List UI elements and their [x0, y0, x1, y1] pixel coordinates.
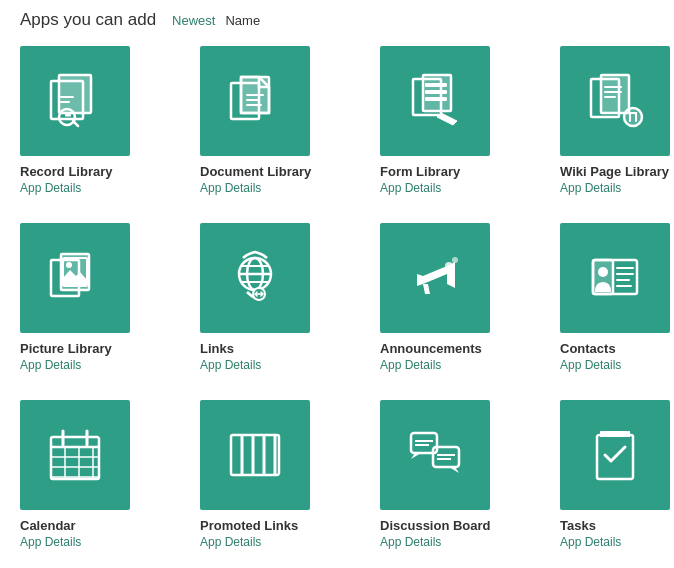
- svg-rect-43: [231, 435, 279, 475]
- promoted-links-icon[interactable]: [200, 400, 310, 510]
- svg-rect-10: [425, 97, 447, 101]
- svg-rect-9: [425, 90, 447, 94]
- app-item-picture-library: Picture LibraryApp Details: [20, 223, 180, 372]
- sort-links: Newest Name: [172, 13, 260, 28]
- form-library-details-link[interactable]: App Details: [380, 181, 441, 195]
- document-library-name: Document Library: [200, 164, 311, 179]
- app-item-wiki-page-library: Wiki Page LibraryApp Details: [560, 46, 674, 195]
- app-item-contacts: ContactsApp Details: [560, 223, 674, 372]
- sort-newest-link[interactable]: Newest: [172, 13, 215, 28]
- form-library-icon[interactable]: [380, 46, 490, 156]
- discussion-board-name: Discussion Board: [380, 518, 491, 533]
- apps-grid: Record LibraryApp Details Document Libra…: [20, 46, 654, 549]
- tasks-details-link[interactable]: App Details: [560, 535, 621, 549]
- calendar-icon[interactable]: [20, 400, 130, 510]
- announcements-name: Announcements: [380, 341, 482, 356]
- app-item-promoted-links: Promoted LinksApp Details: [200, 400, 360, 549]
- wiki-page-library-name: Wiki Page Library: [560, 164, 669, 179]
- svg-point-13: [624, 108, 642, 126]
- links-details-link[interactable]: App Details: [200, 358, 261, 372]
- discussion-board-icon[interactable]: [380, 400, 490, 510]
- svg-rect-33: [51, 437, 99, 479]
- links-icon[interactable]: [200, 223, 310, 333]
- document-library-details-link[interactable]: App Details: [200, 181, 261, 195]
- svg-rect-12: [601, 75, 629, 113]
- svg-point-28: [598, 267, 608, 277]
- svg-rect-8: [425, 83, 447, 87]
- picture-library-icon[interactable]: [20, 223, 130, 333]
- svg-rect-3: [65, 114, 71, 117]
- announcements-icon[interactable]: [380, 223, 490, 333]
- calendar-name: Calendar: [20, 518, 76, 533]
- page-header: Apps you can add Newest Name: [20, 10, 654, 30]
- tasks-name: Tasks: [560, 518, 596, 533]
- sort-name-link[interactable]: Name: [225, 13, 260, 28]
- app-item-discussion-board: Discussion BoardApp Details: [380, 400, 540, 549]
- discussion-board-details-link[interactable]: App Details: [380, 535, 441, 549]
- svg-point-24: [445, 262, 453, 270]
- svg-point-17: [66, 262, 72, 268]
- wiki-page-library-details-link[interactable]: App Details: [560, 181, 621, 195]
- page-title: Apps you can add: [20, 10, 156, 30]
- svg-point-25: [452, 257, 458, 263]
- record-library-name: Record Library: [20, 164, 112, 179]
- links-name: Links: [200, 341, 234, 356]
- app-item-links: LinksApp Details: [200, 223, 360, 372]
- contacts-name: Contacts: [560, 341, 616, 356]
- record-library-details-link[interactable]: App Details: [20, 181, 81, 195]
- app-item-record-library: Record LibraryApp Details: [20, 46, 180, 195]
- picture-library-details-link[interactable]: App Details: [20, 358, 81, 372]
- promoted-links-details-link[interactable]: App Details: [200, 535, 261, 549]
- contacts-icon[interactable]: [560, 223, 670, 333]
- app-item-calendar: CalendarApp Details: [20, 400, 180, 549]
- tasks-icon[interactable]: [560, 400, 670, 510]
- form-library-name: Form Library: [380, 164, 460, 179]
- wiki-page-library-icon[interactable]: [560, 46, 670, 156]
- app-item-announcements: AnnouncementsApp Details: [380, 223, 540, 372]
- promoted-links-name: Promoted Links: [200, 518, 298, 533]
- document-library-icon[interactable]: [200, 46, 310, 156]
- contacts-details-link[interactable]: App Details: [560, 358, 621, 372]
- app-item-form-library: Form LibraryApp Details: [380, 46, 540, 195]
- svg-rect-1: [59, 75, 91, 113]
- record-library-icon[interactable]: [20, 46, 130, 156]
- announcements-details-link[interactable]: App Details: [380, 358, 441, 372]
- app-item-document-library: Document LibraryApp Details: [200, 46, 360, 195]
- calendar-details-link[interactable]: App Details: [20, 535, 81, 549]
- picture-library-name: Picture Library: [20, 341, 112, 356]
- app-item-tasks: TasksApp Details: [560, 400, 674, 549]
